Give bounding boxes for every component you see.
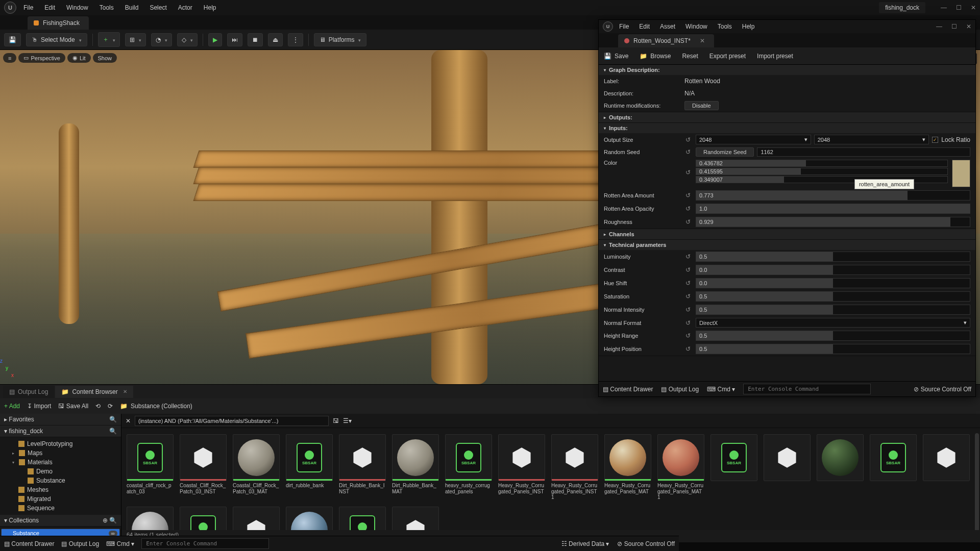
reset-icon[interactable]: ↺: [684, 319, 692, 327]
color-swatch[interactable]: [952, 160, 970, 187]
asset-item[interactable]: [817, 434, 864, 500]
tree-item[interactable]: Substance: [1, 476, 120, 485]
section-graph-desc[interactable]: Graph Description:: [599, 65, 975, 75]
menu-actor[interactable]: Actor: [178, 4, 192, 11]
sub-menu-edit[interactable]: Edit: [639, 23, 650, 30]
tab-content-browser[interactable]: 📁 Content Browser✕: [55, 386, 133, 398]
height-range-slider[interactable]: 0.5: [696, 331, 970, 341]
tree-item[interactable]: Migrated: [1, 494, 120, 504]
section-channels[interactable]: Channels: [599, 229, 975, 239]
save-level-button[interactable]: 💾: [4, 33, 21, 46]
output-log-button[interactable]: ▤ Output Log: [61, 540, 99, 547]
sequence-button[interactable]: ◇: [177, 33, 198, 46]
asset-item[interactable]: SBSARdirt_rubble_bank: [286, 434, 333, 500]
asset-item[interactable]: SBSAR: [339, 507, 386, 531]
rotten-opacity-slider[interactable]: 1.0: [696, 204, 970, 214]
tree-item[interactable]: Maps: [1, 448, 120, 458]
contrast-slider[interactable]: 0.0: [696, 265, 970, 275]
asset-item[interactable]: [923, 434, 970, 500]
reset-icon[interactable]: ↺: [684, 280, 692, 287]
asset-item[interactable]: Heavy_Rusty_Corrugated_Panels_MAT1: [657, 434, 704, 500]
minimize-button[interactable]: —: [941, 4, 947, 11]
collections-header[interactable]: ▾ Collections⊕ 🔍: [0, 515, 121, 527]
randomize-seed-button[interactable]: Randomize Seed: [696, 147, 754, 157]
asset-search-input[interactable]: [135, 416, 329, 426]
clear-search-icon[interactable]: ✕: [126, 417, 131, 424]
tree-item[interactable]: Sequence: [1, 504, 120, 513]
color-g-slider[interactable]: 0.415595: [696, 168, 948, 175]
import-preset-button[interactable]: Import preset: [757, 53, 793, 60]
hue-slider[interactable]: 0.0: [696, 278, 970, 288]
project-tree-header[interactable]: ▾ fishing_dock🔍: [0, 425, 121, 437]
asset-item[interactable]: Heavy_Rusty_Corrugated_Panels_INST: [498, 434, 545, 500]
viewport-perspective[interactable]: ▭ Perspective: [18, 53, 65, 63]
content-drawer-button[interactable]: ▤ Content Drawer: [603, 386, 653, 393]
lock-ratio-checkbox[interactable]: [932, 137, 938, 143]
close-icon[interactable]: ✕: [700, 37, 705, 44]
breadcrumb[interactable]: 📁 Substance (Collection): [120, 403, 192, 410]
reset-icon[interactable]: ↺: [684, 293, 692, 300]
cmd-label[interactable]: ⌨ Cmd ▾: [106, 540, 134, 547]
add-button[interactable]: + Add: [4, 403, 20, 410]
viewport-lit[interactable]: ◉ Lit: [67, 53, 91, 63]
asset-item[interactable]: Coastal_Cliff_Rock_Patch_03_MAT: [233, 434, 280, 500]
marketplace-button[interactable]: ⊞: [125, 33, 146, 46]
asset-item[interactable]: [233, 507, 280, 531]
play-options-button[interactable]: ⋮: [288, 33, 303, 46]
menu-edit[interactable]: Edit: [44, 4, 55, 11]
sub-minimize-button[interactable]: —: [936, 23, 942, 30]
asset-grid[interactable]: SBSARcoastal_cliff_rock_patch_03Coastal_…: [121, 428, 980, 530]
asset-item[interactable]: SBSAR: [710, 434, 757, 500]
favorites-header[interactable]: ▸ Favorites🔍: [0, 414, 121, 425]
height-position-slider[interactable]: 0.5: [696, 344, 970, 354]
reset-button[interactable]: Reset: [682, 53, 698, 60]
add-collection-icon[interactable]: ⊕: [103, 517, 108, 524]
scrollbar[interactable]: [975, 433, 979, 530]
reset-icon[interactable]: ↺: [684, 169, 692, 176]
derived-data-button[interactable]: ☷ Derived Data ▾: [561, 540, 609, 547]
seed-input[interactable]: 1162: [757, 147, 970, 157]
menu-select[interactable]: Select: [150, 4, 166, 11]
search-icon[interactable]: 🔍: [109, 428, 117, 435]
step-button[interactable]: ⏭: [227, 33, 242, 46]
reset-icon[interactable]: ↺: [684, 253, 692, 260]
sub-menu-tools[interactable]: Tools: [718, 23, 732, 30]
sub-maximize-button[interactable]: ☐: [951, 23, 957, 30]
asset-item[interactable]: [286, 507, 333, 531]
platforms-button[interactable]: 🖥 Platforms: [314, 33, 367, 46]
search-icon[interactable]: 🔍: [109, 517, 117, 524]
blueprint-button[interactable]: ◔: [151, 33, 172, 46]
import-button[interactable]: ↧ Import: [27, 403, 51, 410]
reset-icon[interactable]: ↺: [684, 332, 692, 339]
asset-item[interactable]: SBSARcoastal_cliff_rock_patch_03: [127, 434, 174, 500]
console-input[interactable]: [743, 384, 871, 394]
saturation-slider[interactable]: 0.5: [696, 291, 970, 302]
runtime-mods-button[interactable]: Disable: [684, 101, 719, 110]
output-height-select[interactable]: 2048▾: [814, 135, 929, 144]
maximize-button[interactable]: ☐: [956, 4, 962, 11]
close-button[interactable]: ✕: [971, 4, 976, 11]
asset-item[interactable]: Coastal_Cliff_Rock_Patch_03_INST: [180, 434, 227, 500]
output-log-button[interactable]: ▤ Output Log: [661, 386, 699, 393]
source-control-button[interactable]: ⊘ Source Control Off: [617, 540, 675, 547]
level-tab[interactable]: FishingShack: [28, 16, 89, 30]
asset-item[interactable]: Heavy_Rusty_Corrugated_Panels_MAT: [604, 434, 651, 500]
select-mode-button[interactable]: 🖱 Select Mode: [26, 33, 87, 46]
asset-item[interactable]: [127, 507, 174, 531]
content-drawer-button[interactable]: ▤ Content Drawer: [4, 540, 54, 547]
asset-item[interactable]: Dirt_Rubble_Bank_INST: [339, 434, 386, 500]
reset-icon[interactable]: ↺: [684, 192, 692, 199]
cmd-label[interactable]: ⌨ Cmd ▾: [707, 386, 735, 393]
normal-intensity-slider[interactable]: 0.5: [696, 305, 970, 315]
luminosity-slider[interactable]: 0.5: [696, 252, 970, 262]
menu-build[interactable]: Build: [125, 4, 139, 11]
sub-close-button[interactable]: ✕: [966, 23, 971, 30]
reset-icon[interactable]: ↺: [684, 205, 692, 212]
add-content-button[interactable]: ＋: [98, 32, 120, 47]
nav-back[interactable]: ⟲: [95, 403, 101, 410]
play-button[interactable]: ▶: [208, 33, 222, 46]
nav-fwd[interactable]: ⟳: [108, 403, 113, 410]
close-icon[interactable]: ✕: [123, 389, 127, 394]
eject-button[interactable]: ⏏: [268, 33, 283, 46]
reset-icon[interactable]: ↺: [684, 266, 692, 273]
